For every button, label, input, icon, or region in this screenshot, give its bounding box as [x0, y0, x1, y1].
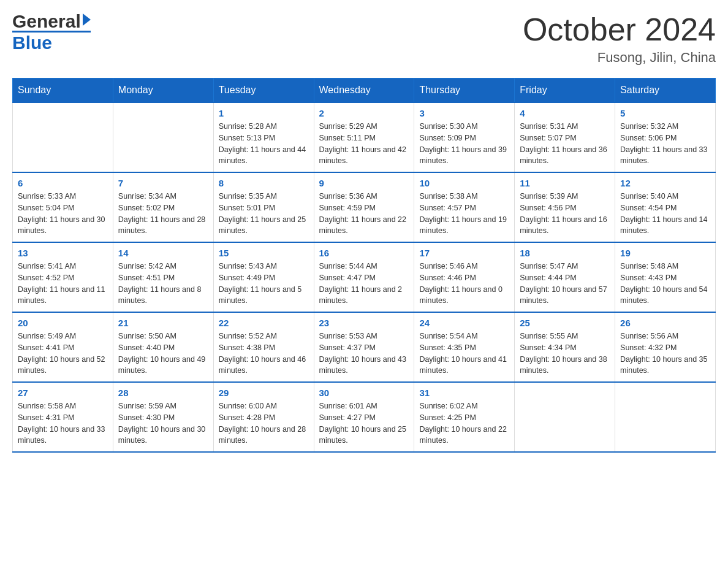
- day-number: 15: [219, 248, 309, 258]
- day-number: 30: [319, 388, 409, 398]
- day-info: Sunrise: 5:59 AMSunset: 4:30 PMDaylight:…: [118, 400, 208, 446]
- calendar-cell: 31Sunrise: 6:02 AMSunset: 4:25 PMDayligh…: [414, 382, 515, 452]
- day-info: Sunrise: 6:01 AMSunset: 4:27 PMDaylight:…: [319, 400, 409, 446]
- col-header-thursday: Thursday: [414, 79, 515, 103]
- col-header-wednesday: Wednesday: [314, 79, 414, 103]
- calendar-week-row: 20Sunrise: 5:49 AMSunset: 4:41 PMDayligh…: [13, 312, 716, 382]
- day-number: 17: [419, 248, 509, 258]
- col-header-sunday: Sunday: [13, 79, 113, 103]
- day-info: Sunrise: 5:40 AMSunset: 4:54 PMDaylight:…: [620, 191, 710, 237]
- day-info: Sunrise: 5:43 AMSunset: 4:49 PMDaylight:…: [219, 261, 309, 307]
- day-info: Sunrise: 5:35 AMSunset: 5:01 PMDaylight:…: [219, 191, 309, 237]
- day-number: 1: [219, 108, 309, 118]
- day-number: 16: [319, 248, 409, 258]
- day-info: Sunrise: 5:49 AMSunset: 4:41 PMDaylight:…: [18, 331, 108, 377]
- day-number: 11: [520, 178, 610, 188]
- calendar-cell: 30Sunrise: 6:01 AMSunset: 4:27 PMDayligh…: [314, 382, 414, 452]
- calendar-cell: 3Sunrise: 5:30 AMSunset: 5:09 PMDaylight…: [414, 102, 515, 172]
- calendar-cell: 23Sunrise: 5:53 AMSunset: 4:37 PMDayligh…: [314, 312, 414, 382]
- logo: General Blue: [12, 12, 91, 53]
- calendar-cell: [13, 102, 113, 172]
- calendar-cell: [113, 102, 213, 172]
- day-info: Sunrise: 5:58 AMSunset: 4:31 PMDaylight:…: [18, 400, 108, 446]
- day-number: 7: [118, 178, 208, 188]
- day-number: 14: [118, 248, 208, 258]
- calendar-cell: 28Sunrise: 5:59 AMSunset: 4:30 PMDayligh…: [113, 382, 213, 452]
- day-number: 25: [520, 318, 610, 328]
- day-info: Sunrise: 5:36 AMSunset: 4:59 PMDaylight:…: [319, 191, 409, 237]
- day-info: Sunrise: 5:47 AMSunset: 4:44 PMDaylight:…: [520, 261, 610, 307]
- day-number: 9: [319, 178, 409, 188]
- day-number: 21: [118, 318, 208, 328]
- day-number: 6: [18, 178, 108, 188]
- calendar-cell: 14Sunrise: 5:42 AMSunset: 4:51 PMDayligh…: [113, 242, 213, 312]
- calendar-cell: 18Sunrise: 5:47 AMSunset: 4:44 PMDayligh…: [515, 242, 615, 312]
- day-info: Sunrise: 5:38 AMSunset: 4:57 PMDaylight:…: [419, 191, 509, 237]
- day-info: Sunrise: 5:56 AMSunset: 4:32 PMDaylight:…: [620, 331, 710, 377]
- calendar-week-row: 27Sunrise: 5:58 AMSunset: 4:31 PMDayligh…: [13, 382, 716, 452]
- day-info: Sunrise: 5:53 AMSunset: 4:37 PMDaylight:…: [319, 331, 409, 377]
- calendar-cell: 10Sunrise: 5:38 AMSunset: 4:57 PMDayligh…: [414, 172, 515, 242]
- day-info: Sunrise: 5:34 AMSunset: 5:02 PMDaylight:…: [118, 191, 208, 237]
- day-info: Sunrise: 5:48 AMSunset: 4:43 PMDaylight:…: [620, 261, 710, 307]
- day-info: Sunrise: 5:42 AMSunset: 4:51 PMDaylight:…: [118, 261, 208, 307]
- logo-general-word: General: [12, 12, 81, 31]
- day-info: Sunrise: 5:41 AMSunset: 4:52 PMDaylight:…: [18, 261, 108, 307]
- day-number: 19: [620, 248, 710, 258]
- day-info: Sunrise: 5:33 AMSunset: 5:04 PMDaylight:…: [18, 191, 108, 237]
- col-header-friday: Friday: [515, 79, 615, 103]
- day-info: Sunrise: 5:54 AMSunset: 4:35 PMDaylight:…: [419, 331, 509, 377]
- calendar-cell: 4Sunrise: 5:31 AMSunset: 5:07 PMDaylight…: [515, 102, 615, 172]
- calendar-cell: 16Sunrise: 5:44 AMSunset: 4:47 PMDayligh…: [314, 242, 414, 312]
- day-number: 13: [18, 248, 108, 258]
- col-header-tuesday: Tuesday: [213, 79, 314, 103]
- calendar-cell: 12Sunrise: 5:40 AMSunset: 4:54 PMDayligh…: [615, 172, 716, 242]
- calendar-cell: 11Sunrise: 5:39 AMSunset: 4:56 PMDayligh…: [515, 172, 615, 242]
- day-info: Sunrise: 5:30 AMSunset: 5:09 PMDaylight:…: [419, 121, 509, 167]
- day-info: Sunrise: 5:55 AMSunset: 4:34 PMDaylight:…: [520, 331, 610, 377]
- calendar-cell: [615, 382, 716, 452]
- calendar-cell: 25Sunrise: 5:55 AMSunset: 4:34 PMDayligh…: [515, 312, 615, 382]
- day-info: Sunrise: 5:39 AMSunset: 4:56 PMDaylight:…: [520, 191, 610, 237]
- day-number: 4: [520, 108, 610, 118]
- calendar-cell: 8Sunrise: 5:35 AMSunset: 5:01 PMDaylight…: [213, 172, 314, 242]
- day-number: 20: [18, 318, 108, 328]
- day-info: Sunrise: 5:46 AMSunset: 4:46 PMDaylight:…: [419, 261, 509, 307]
- day-number: 31: [419, 388, 509, 398]
- day-number: 8: [219, 178, 309, 188]
- calendar-cell: 9Sunrise: 5:36 AMSunset: 4:59 PMDaylight…: [314, 172, 414, 242]
- day-info: Sunrise: 5:52 AMSunset: 4:38 PMDaylight:…: [219, 331, 309, 377]
- day-number: 29: [219, 388, 309, 398]
- calendar-cell: 21Sunrise: 5:50 AMSunset: 4:40 PMDayligh…: [113, 312, 213, 382]
- location: Fusong, Jilin, China: [523, 50, 716, 66]
- day-info: Sunrise: 5:31 AMSunset: 5:07 PMDaylight:…: [520, 121, 610, 167]
- page-header: General Blue October 2024 Fusong, Jilin,…: [12, 12, 716, 66]
- day-number: 5: [620, 108, 710, 118]
- logo-triangle-icon: [83, 13, 91, 26]
- day-info: Sunrise: 5:50 AMSunset: 4:40 PMDaylight:…: [118, 331, 208, 377]
- calendar-cell: [515, 382, 615, 452]
- calendar-cell: 19Sunrise: 5:48 AMSunset: 4:43 PMDayligh…: [615, 242, 716, 312]
- day-info: Sunrise: 6:00 AMSunset: 4:28 PMDaylight:…: [219, 400, 309, 446]
- day-info: Sunrise: 5:32 AMSunset: 5:06 PMDaylight:…: [620, 121, 710, 167]
- calendar-cell: 7Sunrise: 5:34 AMSunset: 5:02 PMDaylight…: [113, 172, 213, 242]
- day-number: 24: [419, 318, 509, 328]
- calendar-week-row: 6Sunrise: 5:33 AMSunset: 5:04 PMDaylight…: [13, 172, 716, 242]
- day-info: Sunrise: 5:28 AMSunset: 5:13 PMDaylight:…: [219, 121, 309, 167]
- day-number: 2: [319, 108, 409, 118]
- day-number: 18: [520, 248, 610, 258]
- calendar-cell: 22Sunrise: 5:52 AMSunset: 4:38 PMDayligh…: [213, 312, 314, 382]
- day-info: Sunrise: 6:02 AMSunset: 4:25 PMDaylight:…: [419, 400, 509, 446]
- calendar-table: SundayMondayTuesdayWednesdayThursdayFrid…: [12, 78, 716, 453]
- month-title: October 2024: [523, 12, 716, 47]
- calendar-cell: 27Sunrise: 5:58 AMSunset: 4:31 PMDayligh…: [13, 382, 113, 452]
- calendar-cell: 24Sunrise: 5:54 AMSunset: 4:35 PMDayligh…: [414, 312, 515, 382]
- col-header-monday: Monday: [113, 79, 213, 103]
- calendar-cell: 29Sunrise: 6:00 AMSunset: 4:28 PMDayligh…: [213, 382, 314, 452]
- day-number: 10: [419, 178, 509, 188]
- day-number: 22: [219, 318, 309, 328]
- day-info: Sunrise: 5:29 AMSunset: 5:11 PMDaylight:…: [319, 121, 409, 167]
- calendar-cell: 2Sunrise: 5:29 AMSunset: 5:11 PMDaylight…: [314, 102, 414, 172]
- calendar-header-row: SundayMondayTuesdayWednesdayThursdayFrid…: [13, 79, 716, 103]
- day-info: Sunrise: 5:44 AMSunset: 4:47 PMDaylight:…: [319, 261, 409, 307]
